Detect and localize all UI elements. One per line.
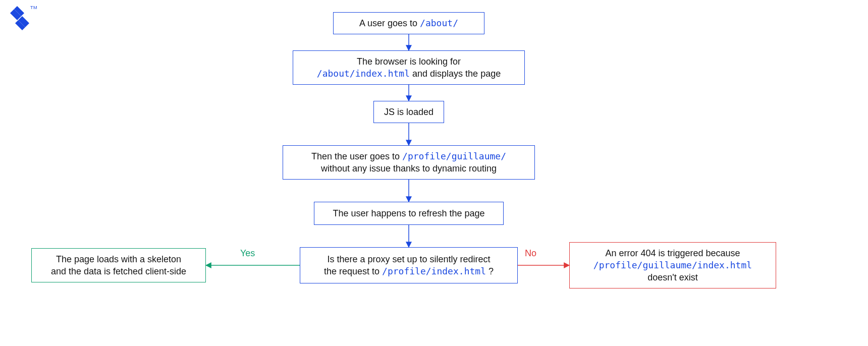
n2-line2-post: and displays the page (410, 69, 501, 79)
edge-label-yes: Yes (240, 248, 255, 259)
n6-line2-post: ? (486, 266, 494, 276)
n6-line2-code: /profile/index.html (382, 266, 486, 276)
n3-text: JS is loaded (384, 106, 433, 118)
node-user-goes-to-about: A user goes to /about/ (333, 12, 484, 34)
edge-label-no: No (525, 248, 536, 259)
logo-tm: TM (30, 5, 37, 10)
node-browser-looks-for-index: The browser is looking for /about/index.… (293, 50, 525, 85)
node-js-loaded: JS is loaded (373, 101, 444, 123)
nNo-line1: An error 404 is triggered because (605, 248, 740, 258)
node-yes-skeleton-load: The page loads with a skeleton and the d… (31, 248, 206, 282)
n5-text: The user happens to refresh the page (333, 207, 484, 219)
diagram-canvas: TM Yes No A user goes to /about/ (0, 0, 868, 346)
node-no-error-404: An error 404 is triggered because /profi… (569, 242, 776, 289)
n4-line1-code: /profile/guillaume/ (402, 151, 506, 161)
node-user-navigates-profile: Then the user goes to /profile/guillaume… (283, 145, 535, 180)
n2-line1: The browser is looking for (357, 56, 461, 67)
nYes-line2: and the data is fetched client-side (51, 266, 186, 276)
n4-line2: without any issue thanks to dynamic rout… (321, 163, 497, 174)
node-user-refreshes: The user happens to refresh the page (314, 202, 504, 225)
nNo-line3: doesn't exist (647, 272, 698, 282)
toptal-logo (10, 6, 29, 30)
n2-code: /about/index.html (317, 68, 410, 79)
n1-pre: A user goes to (359, 18, 420, 28)
n4-line1-pre: Then the user goes to (311, 151, 402, 161)
node-proxy-question: Is there a proxy set up to silently redi… (300, 247, 518, 283)
n1-code: /about/ (420, 18, 458, 28)
n6-line1: Is there a proxy set up to silently redi… (327, 254, 490, 264)
nNo-line2-code: /profile/guillaume/index.html (593, 260, 752, 270)
n6-line2-pre: the request to (324, 266, 382, 276)
nYes-line1: The page loads with a skeleton (56, 254, 181, 264)
